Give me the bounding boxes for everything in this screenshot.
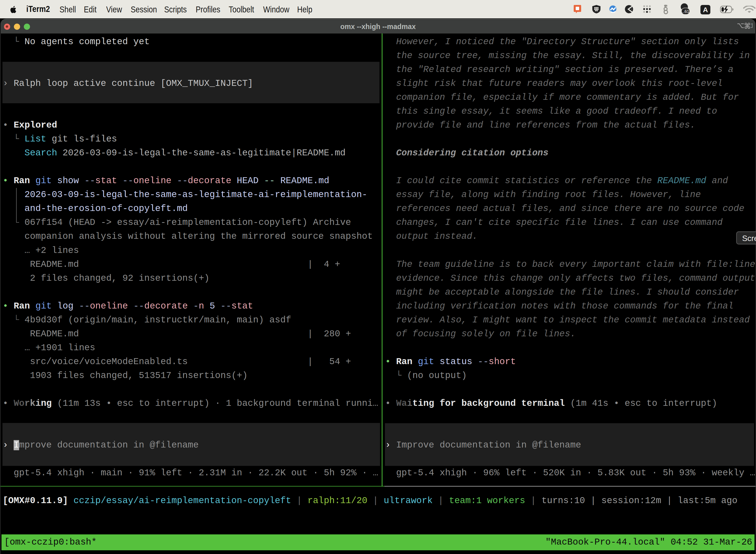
svg-text:A: A bbox=[703, 6, 708, 14]
svg-text:1: 1 bbox=[750, 22, 753, 29]
svg-text:..61: ..61 bbox=[682, 9, 689, 14]
